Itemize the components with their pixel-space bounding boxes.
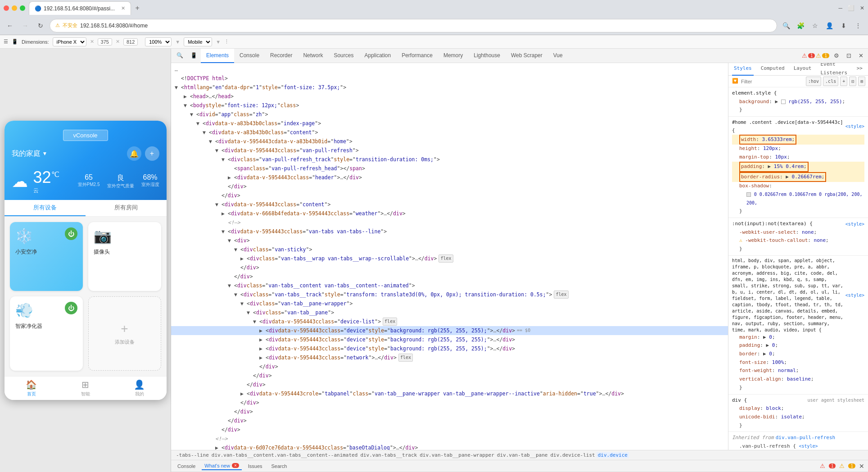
download-icon[interactable]: ⬇: [837, 19, 850, 32]
dt-device-icon[interactable]: 📱: [187, 49, 201, 63]
mobile-toggle-icon[interactable]: 📱: [12, 39, 18, 45]
tab-all-devices[interactable]: 所有设备: [5, 200, 86, 216]
cls-filter-button[interactable]: .cls: [823, 77, 838, 86]
bottom-close-button[interactable]: ✕: [859, 463, 864, 470]
extension-icon[interactable]: 🧩: [794, 19, 807, 32]
nav-profile[interactable]: 👤 我的: [113, 379, 167, 397]
width-field[interactable]: 375: [98, 38, 112, 45]
bc-tabs-track[interactable]: div.van-tabs__track: [359, 452, 418, 458]
restore-icon[interactable]: ⬜: [848, 5, 854, 11]
html-line-tabs-content: ▼ <div class="van-tabs__content van-tabs…: [171, 281, 728, 290]
bookmark-icon[interactable]: ☆: [809, 19, 821, 32]
nav-smart[interactable]: ⊞ 智能: [59, 379, 113, 397]
notification-button[interactable]: 🔔: [127, 146, 141, 161]
styles-filter-row: 🔽 :hov .cls + ⊡ ⊞: [728, 76, 868, 87]
aircon-name: 小安空净: [15, 248, 77, 256]
device-card-camera[interactable]: 📷 摄像头: [88, 222, 161, 291]
new-tab-button[interactable]: +: [131, 2, 144, 14]
mode-selector[interactable]: Mobile: [184, 37, 212, 46]
html-line-html: ▼ <html lang="en" data-dpr="1" style="fo…: [171, 83, 728, 92]
console-bottom-tab[interactable]: Console: [175, 463, 198, 470]
back-button[interactable]: ←: [4, 19, 16, 32]
styles-tab[interactable]: Styles: [732, 63, 754, 76]
tab-application[interactable]: Application: [359, 49, 396, 63]
layout-tab[interactable]: Layout: [792, 63, 814, 76]
copy-style-button[interactable]: ⊞: [858, 77, 865, 86]
tab-performance[interactable]: Performance: [396, 49, 438, 63]
close-button[interactable]: [4, 5, 9, 11]
tab-webscraper[interactable]: Web Scraper: [506, 49, 548, 63]
tab-recorder[interactable]: Recorder: [265, 49, 298, 63]
tab-memory[interactable]: Memory: [438, 49, 468, 63]
aircon-power-button[interactable]: ⏻: [65, 227, 77, 240]
dt-inspect-icon[interactable]: 🔍: [173, 49, 187, 63]
devtools-settings-icon[interactable]: ⚙: [831, 50, 842, 61]
device-selector[interactable]: iPhone X: [53, 37, 86, 46]
event-listeners-tab[interactable]: Event Listeners: [818, 63, 849, 76]
address-bar[interactable]: ⚠ 不安全 192.168.51.64:8080/#/home: [50, 19, 777, 32]
tab-sources[interactable]: Sources: [328, 49, 359, 63]
style-source-link[interactable]: <style>: [845, 123, 864, 130]
html-panel[interactable]: … <!DOCTYPE html> ▼ <html lang="en" data…: [171, 63, 728, 450]
html-body-source[interactable]: <style>: [845, 291, 864, 299]
bc-tabs-line[interactable]: -tabs--line: [175, 452, 210, 458]
height-field[interactable]: 812: [123, 38, 138, 45]
layout-style-button[interactable]: ⊡: [849, 77, 856, 86]
add-device-card[interactable]: + 添加设备: [88, 296, 161, 371]
pr-source[interactable]: <style>: [799, 444, 818, 449]
close-icon[interactable]: ✕: [860, 5, 864, 11]
browser-tab[interactable]: 🔵 192.168.51.64:8080/#/passi... ✕: [29, 1, 131, 15]
more-menu-button[interactable]: ⋮: [852, 19, 864, 32]
html-line-network: ▶ <div data-v-5954443c class="network"> …: [171, 353, 728, 362]
device-card-aircon[interactable]: ❄️ ⏻ 小安空净: [10, 222, 83, 291]
devtools-bottom: -tabs--line div.van-tabs__content.van-ta…: [171, 450, 868, 472]
color-swatch[interactable]: [781, 100, 786, 104]
styles-filter-input[interactable]: [741, 79, 803, 84]
more-options-icon[interactable]: ⋮: [224, 39, 229, 45]
bc-device[interactable]: div.device: [597, 452, 629, 458]
devtools-close-button[interactable]: ✕: [856, 50, 866, 61]
bc-tabs-content[interactable]: div.van-tabs__content.van-tabs__content-…: [210, 452, 359, 458]
devtools-dock-icon[interactable]: ⊡: [844, 50, 854, 61]
tab-elements[interactable]: Elements: [201, 49, 234, 63]
lens-icon[interactable]: 🔍: [780, 19, 792, 32]
purifier-power-button[interactable]: ⏻: [65, 302, 77, 314]
search-bottom-tab[interactable]: Search: [269, 463, 290, 470]
device-card-purifier[interactable]: 💨 ⏻ 智家净化器: [10, 296, 83, 371]
minimize-button[interactable]: [12, 5, 17, 11]
nav-home[interactable]: 🏠 首页: [5, 379, 59, 397]
bc-device-list[interactable]: div.device-list: [549, 452, 596, 458]
element-style-header[interactable]: element.style {: [732, 89, 864, 98]
inherited-pullrefresh-source[interactable]: div.van-pull-refresh: [776, 434, 835, 442]
more-styles-tab[interactable]: >>: [855, 63, 864, 76]
tab-network[interactable]: Network: [298, 49, 328, 63]
vconsole-button[interactable]: vConsole: [63, 130, 108, 141]
zoom-selector[interactable]: 100%: [145, 37, 172, 46]
avatar-icon[interactable]: 👤: [823, 19, 836, 32]
bc-pane-wrapper[interactable]: div.van-tab__pane-wrapper: [418, 452, 496, 458]
device-icon-row-3: 💨 ⏻: [15, 302, 77, 319]
tab-lighthouse[interactable]: Lighthouse: [468, 49, 506, 63]
add-button[interactable]: +: [145, 146, 159, 161]
computed-tab[interactable]: Computed: [759, 63, 787, 76]
bc-tab-pane[interactable]: div.van-tab__pane: [496, 452, 549, 458]
forward-button[interactable]: →: [19, 19, 32, 32]
window-controls: [4, 5, 25, 11]
tab-vue[interactable]: Vue: [548, 49, 568, 63]
maximize-button[interactable]: [20, 5, 25, 11]
reload-button[interactable]: ↻: [34, 19, 47, 32]
whats-new-tab[interactable]: What's new ×: [202, 462, 241, 470]
home-box-shadow-value: 0 0.02667rem 0.10667rem 0 rgba(200, 200,…: [732, 191, 864, 207]
add-style-button[interactable]: +: [840, 77, 847, 86]
html-line-device1[interactable]: ▶ <div data-v-5954443c class="device" st…: [171, 326, 728, 335]
tab-close-icon[interactable]: ✕: [121, 5, 125, 11]
hov-filter-button[interactable]: :hov: [806, 77, 821, 86]
not-input-source[interactable]: <style>: [845, 220, 864, 228]
minimize-icon[interactable]: ─: [838, 5, 842, 11]
tab-console[interactable]: Console: [234, 49, 265, 63]
dropdown-icon[interactable]: ▼: [42, 150, 48, 157]
tab-all-rooms[interactable]: 所有房间: [86, 200, 167, 216]
devtools-toggle-icon[interactable]: ☰: [4, 39, 8, 45]
issues-tab[interactable]: Issues: [245, 463, 265, 470]
home-padding: padding: ▶ 15% 0.4rem;: [732, 162, 864, 172]
